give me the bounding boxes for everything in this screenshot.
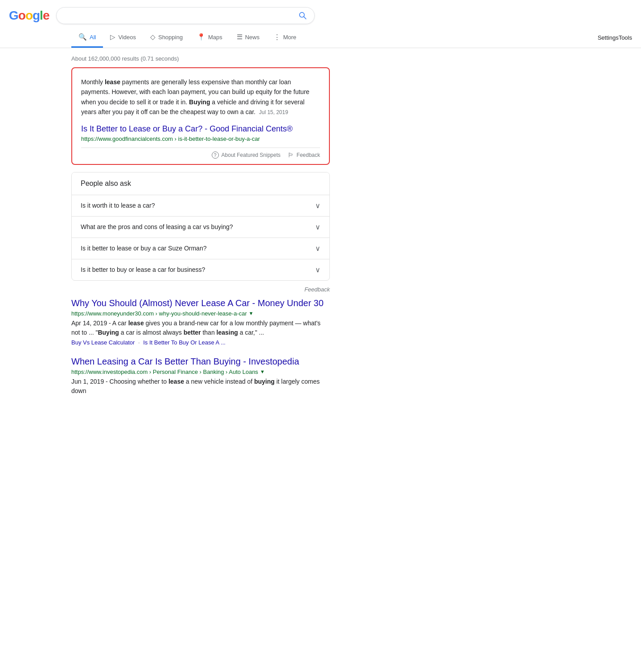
tab-maps[interactable]: 📍 Maps: [190, 28, 230, 48]
videos-icon: ▷: [110, 33, 115, 41]
snippet-link-title[interactable]: Is It Better to Lease or Buy a Car? - Go…: [81, 124, 320, 134]
tab-shopping-label: Shopping: [158, 34, 183, 41]
result-url-arrow-1: ▼: [249, 311, 254, 316]
logo-letter-g2: g: [33, 8, 40, 22]
paa-item-2[interactable]: What are the pros and cons of leasing a …: [72, 217, 329, 238]
snippet-date: Jul 15, 2019: [259, 109, 288, 115]
result-url-2: https://www.investopedia.com › Personal …: [71, 369, 258, 375]
tab-videos-label: Videos: [118, 34, 136, 41]
logo-letter-l: l: [40, 8, 43, 22]
results-area: About 162,000,000 results (0.71 seconds)…: [0, 48, 339, 396]
result-url-arrow-2: ▼: [260, 369, 265, 374]
sitelink-separator: ·: [136, 339, 142, 346]
paa-question-3: Is it better to lease or buy a car Suze …: [81, 245, 206, 252]
result-item-1: Why You Should (Almost) Never Lease A Ca…: [71, 298, 330, 346]
maps-icon: 📍: [197, 33, 205, 41]
shopping-icon: ◇: [150, 33, 156, 41]
search-icon: [298, 11, 307, 20]
tab-maps-label: Maps: [208, 34, 222, 41]
header: Google is it better to lease or buy: [0, 0, 641, 28]
chevron-down-icon-2: ∨: [315, 223, 320, 231]
result-sitelinks-1: Buy Vs Lease Calculator · Is It Better T…: [71, 339, 330, 346]
result-url-row-2: https://www.investopedia.com › Personal …: [71, 369, 330, 375]
result-item-2: When Leasing a Car Is Better Than Buying…: [71, 356, 330, 396]
logo-letter-e: e: [43, 8, 49, 22]
snippet-feedback-button[interactable]: 🏳 Feedback: [288, 152, 320, 159]
paa-header: People also ask: [72, 172, 329, 195]
chevron-down-icon-1: ∨: [315, 201, 320, 210]
logo-letter-o2: o: [25, 8, 33, 22]
logo-letter-o1: o: [18, 8, 25, 22]
people-also-ask-box: People also ask Is it worth it to lease …: [71, 172, 330, 281]
flag-icon: 🏳: [288, 152, 294, 159]
search-bar: is it better to lease or buy: [56, 7, 315, 24]
paa-item-4[interactable]: Is it better to buy or lease a car for b…: [72, 259, 329, 280]
about-snippets-button[interactable]: ? About Featured Snippets: [212, 152, 281, 159]
tab-shopping[interactable]: ◇ Shopping: [143, 28, 190, 48]
search-input[interactable]: is it better to lease or buy: [64, 12, 298, 20]
tab-more[interactable]: ⋮ More: [267, 28, 304, 48]
paa-question-4: Is it better to buy or lease a car for b…: [81, 266, 205, 273]
about-snippets-label: About Featured Snippets: [222, 152, 281, 158]
google-logo: Google: [9, 8, 49, 23]
tab-all[interactable]: 🔍 All: [71, 28, 103, 48]
paa-item-3[interactable]: Is it better to lease or buy a car Suze …: [72, 238, 329, 259]
tab-all-label: All: [90, 34, 96, 41]
tab-news[interactable]: ☰ News: [230, 28, 267, 48]
tab-news-label: News: [245, 34, 260, 41]
news-icon: ☰: [237, 33, 242, 41]
nav-tabs: 🔍 All ▷ Videos ◇ Shopping 📍 Maps ☰ News …: [0, 28, 641, 48]
paa-feedback-label: Feedback: [304, 286, 330, 293]
featured-snippet: Monthly lease payments are generally les…: [71, 67, 330, 165]
question-icon: ?: [212, 152, 219, 159]
chevron-down-icon-4: ∨: [315, 266, 320, 274]
tab-more-label: More: [283, 34, 296, 41]
settings-label: Settings: [598, 34, 619, 41]
svg-point-0: [300, 12, 304, 17]
tools-button[interactable]: Tools: [619, 29, 632, 46]
paa-question-1: Is it worth it to lease a car?: [81, 202, 155, 209]
search-button[interactable]: [298, 11, 307, 20]
settings-button[interactable]: Settings: [598, 29, 619, 46]
result-url-1: https://www.moneyunder30.com › why-you-s…: [71, 310, 247, 317]
results-count: About 162,000,000 results (0.71 seconds): [71, 52, 330, 67]
result-snippet-1: Apr 14, 2019 - A car lease gives you a b…: [71, 319, 330, 337]
snippet-text: Monthly lease payments are generally les…: [81, 77, 320, 117]
tab-videos[interactable]: ▷ Videos: [103, 28, 143, 48]
sitelink-1-1[interactable]: Buy Vs Lease Calculator: [71, 339, 135, 346]
snippet-feedback-label: Feedback: [296, 152, 320, 158]
chevron-down-icon-3: ∨: [315, 244, 320, 253]
more-icon: ⋮: [274, 33, 280, 41]
all-icon: 🔍: [78, 33, 87, 41]
paa-feedback-button[interactable]: Feedback: [71, 284, 330, 298]
svg-line-1: [304, 17, 306, 19]
snippet-footer: ? About Featured Snippets 🏳 Feedback: [81, 148, 320, 159]
logo-letter-g: G: [9, 8, 18, 22]
result-url-row-1: https://www.moneyunder30.com › why-you-s…: [71, 310, 330, 317]
result-snippet-2: Jun 1, 2019 - Choosing whether to lease …: [71, 377, 330, 396]
sitelink-1-2[interactable]: Is It Better To Buy Or Lease A ...: [143, 339, 226, 346]
tools-label: Tools: [619, 34, 632, 41]
paa-item-1[interactable]: Is it worth it to lease a car? ∨: [72, 195, 329, 217]
paa-question-2: What are the pros and cons of leasing a …: [81, 223, 233, 230]
result-title-1[interactable]: Why You Should (Almost) Never Lease A Ca…: [71, 298, 330, 308]
result-title-2[interactable]: When Leasing a Car Is Better Than Buying…: [71, 356, 330, 367]
snippet-url: https://www.goodfinancialcents.com › is-…: [81, 135, 320, 142]
